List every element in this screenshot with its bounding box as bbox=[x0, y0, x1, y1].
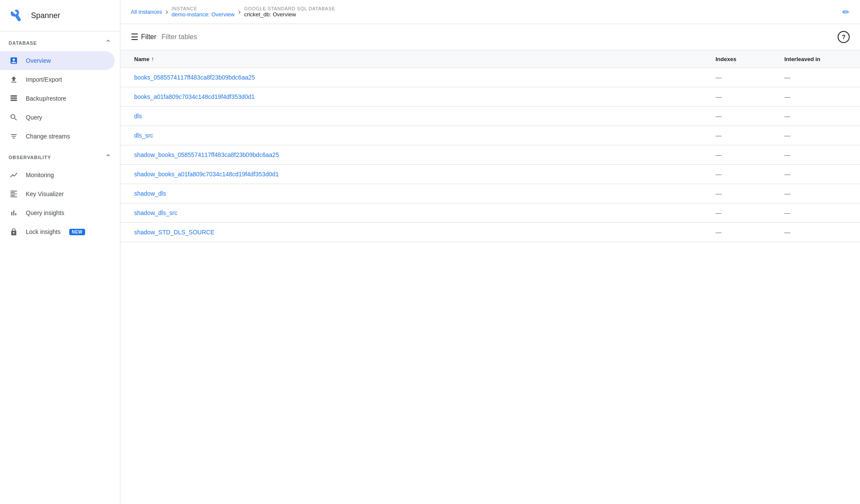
table-name-link[interactable]: dls_src bbox=[134, 132, 153, 139]
table-name-link[interactable]: shadow_STD_DLS_SOURCE bbox=[134, 229, 215, 236]
breadcrumb-instance: INSTANCE demo-instance: Overview bbox=[172, 6, 235, 18]
database-section-chevron: ⌃ bbox=[105, 38, 111, 48]
breadcrumb-db-label: GOOGLE STANDARD SQL DATABASE bbox=[244, 6, 335, 11]
sidebar-item-key-visualizer[interactable]: Key Visualizer bbox=[0, 184, 115, 203]
col-header-name: Name ↑ bbox=[131, 50, 712, 68]
sidebar-item-query-insights[interactable]: Query insights bbox=[0, 203, 115, 222]
table-row: shadow_books_a01fa809c7034c148cd19f4df35… bbox=[120, 165, 860, 184]
sidebar-item-overview-label: Overview bbox=[26, 57, 51, 64]
table-cell-indexes: — bbox=[712, 126, 781, 145]
table-name-link[interactable]: shadow_books_a01fa809c7034c148cd19f4df35… bbox=[134, 171, 279, 178]
content-area: ☰ Filter ? Name ↑ Indexes Interleaved in bbox=[120, 24, 860, 504]
svg-rect-4 bbox=[11, 100, 17, 101]
table-cell-name: shadow_books_a01fa809c7034c148cd19f4df35… bbox=[131, 165, 712, 184]
col-header-indexes: Indexes bbox=[712, 50, 781, 68]
table-cell-interleaved: — bbox=[781, 107, 850, 126]
table-cell-interleaved: — bbox=[781, 87, 850, 106]
sidebar-item-import-export[interactable]: Import/Export bbox=[0, 70, 115, 89]
sidebar-item-overview[interactable]: Overview bbox=[0, 51, 115, 70]
table-name-link[interactable]: shadow_dls bbox=[134, 190, 166, 197]
sidebar: Spanner DATABASE ⌃ Overview Import/Expor… bbox=[0, 0, 120, 504]
sidebar-item-lock-insights-label: Lock insights bbox=[26, 228, 61, 235]
sidebar-item-query-insights-label: Query insights bbox=[26, 209, 64, 216]
table-row: dls_src—— bbox=[120, 126, 860, 145]
breadcrumb-db-name: cricket_db: Overview bbox=[244, 11, 335, 18]
database-section-header[interactable]: DATABASE ⌃ bbox=[0, 31, 120, 51]
database-section-label: DATABASE bbox=[9, 40, 37, 46]
breadcrumb: All instances › INSTANCE demo-instance: … bbox=[120, 0, 860, 24]
svg-rect-2 bbox=[11, 95, 17, 97]
table-cell-name: books_0585574117ff483ca8f23b09bdc6aa25 bbox=[131, 68, 712, 87]
sidebar-item-change-streams[interactable]: Change streams bbox=[0, 127, 115, 146]
filter-icon: ☰ bbox=[131, 32, 138, 42]
svg-point-1 bbox=[18, 19, 20, 21]
sidebar-item-change-streams-label: Change streams bbox=[26, 133, 70, 140]
backup-restore-icon bbox=[9, 93, 19, 104]
observability-section-chevron: ⌃ bbox=[105, 153, 111, 162]
breadcrumb-chevron-2: › bbox=[238, 7, 241, 16]
table-cell-interleaved: — bbox=[781, 223, 850, 242]
col-header-interleaved: Interleaved in bbox=[781, 50, 850, 68]
sidebar-header: Spanner bbox=[0, 0, 120, 31]
sidebar-item-key-visualizer-label: Key Visualizer bbox=[26, 191, 64, 197]
table-cell-indexes: — bbox=[712, 184, 781, 203]
table-cell-name: dls_src bbox=[131, 126, 712, 145]
breadcrumb-database: GOOGLE STANDARD SQL DATABASE cricket_db:… bbox=[244, 6, 335, 18]
change-streams-icon bbox=[9, 131, 19, 141]
sidebar-item-lock-insights[interactable]: Lock insights NEW bbox=[0, 222, 115, 241]
table-cell-name: shadow_dls bbox=[131, 184, 712, 203]
table-name-link[interactable]: shadow_dls_src bbox=[134, 209, 177, 216]
sidebar-item-monitoring[interactable]: Monitoring bbox=[0, 166, 115, 184]
query-insights-icon bbox=[9, 208, 19, 218]
sidebar-item-query-label: Query bbox=[26, 114, 42, 121]
table-name-link[interactable]: dls bbox=[134, 113, 142, 120]
tables-table: Name ↑ Indexes Interleaved in books_0585… bbox=[120, 50, 860, 242]
filter-icon-area: ☰ Filter bbox=[131, 32, 157, 42]
import-export-icon bbox=[9, 74, 19, 85]
table-cell-name: dls bbox=[131, 107, 712, 126]
main-content: All instances › INSTANCE demo-instance: … bbox=[120, 0, 860, 504]
table-name-link[interactable]: shadow_books_0585574117ff483ca8f23b09bdc… bbox=[134, 151, 279, 158]
monitoring-icon bbox=[9, 170, 19, 180]
table-row: dls—— bbox=[120, 107, 860, 126]
table-cell-indexes: — bbox=[712, 165, 781, 184]
sidebar-item-import-export-label: Import/Export bbox=[26, 76, 62, 83]
table-cell-interleaved: — bbox=[781, 184, 850, 203]
sidebar-item-monitoring-label: Monitoring bbox=[26, 172, 54, 178]
query-icon bbox=[9, 112, 19, 123]
table-cell-interleaved: — bbox=[781, 126, 850, 145]
table-row: shadow_dls_src—— bbox=[120, 203, 860, 223]
help-icon[interactable]: ? bbox=[838, 31, 850, 43]
table-cell-interleaved: — bbox=[781, 145, 850, 164]
breadcrumb-all-instances[interactable]: All instances bbox=[131, 9, 162, 15]
table-cell-name: books_a01fa809c7034c148cd19f4df353d0d1 bbox=[131, 87, 712, 106]
observability-section-header[interactable]: OBSERVABILITY ⌃ bbox=[0, 146, 120, 166]
database-section: DATABASE ⌃ Overview Import/Export Backup… bbox=[0, 31, 120, 146]
table-name-link[interactable]: books_0585574117ff483ca8f23b09bdc6aa25 bbox=[134, 74, 255, 81]
lock-insights-badge: NEW bbox=[69, 229, 85, 235]
table-row: shadow_dls—— bbox=[120, 184, 860, 203]
table-cell-indexes: — bbox=[712, 223, 781, 242]
sidebar-item-query[interactable]: Query bbox=[0, 108, 115, 127]
table-cell-indexes: — bbox=[712, 87, 781, 106]
table-cell-interleaved: — bbox=[781, 165, 850, 184]
table-row: shadow_STD_DLS_SOURCE—— bbox=[120, 223, 860, 242]
key-visualizer-icon bbox=[9, 189, 19, 199]
edit-icon[interactable]: ✏ bbox=[842, 7, 850, 17]
spanner-icon bbox=[9, 7, 26, 24]
table-cell-indexes: — bbox=[712, 203, 781, 222]
table-row: books_0585574117ff483ca8f23b09bdc6aa25—— bbox=[120, 68, 860, 87]
table-cell-name: shadow_dls_src bbox=[131, 203, 712, 222]
breadcrumb-instance-label: INSTANCE bbox=[172, 6, 235, 11]
breadcrumb-instance-name[interactable]: demo-instance: Overview bbox=[172, 11, 235, 18]
lock-insights-icon bbox=[9, 227, 19, 237]
table-cell-interleaved: — bbox=[781, 68, 850, 87]
table-name-link[interactable]: books_a01fa809c7034c148cd19f4df353d0d1 bbox=[134, 93, 255, 100]
app-title: Spanner bbox=[31, 11, 60, 20]
table-row: shadow_books_0585574117ff483ca8f23b09bdc… bbox=[120, 145, 860, 165]
filter-input[interactable] bbox=[162, 33, 832, 41]
sort-icon[interactable]: ↑ bbox=[151, 55, 154, 62]
table-cell-name: shadow_books_0585574117ff483ca8f23b09bdc… bbox=[131, 145, 712, 164]
sidebar-item-backup-restore[interactable]: Backup/restore bbox=[0, 89, 115, 108]
filter-bar: ☰ Filter ? bbox=[120, 24, 860, 50]
